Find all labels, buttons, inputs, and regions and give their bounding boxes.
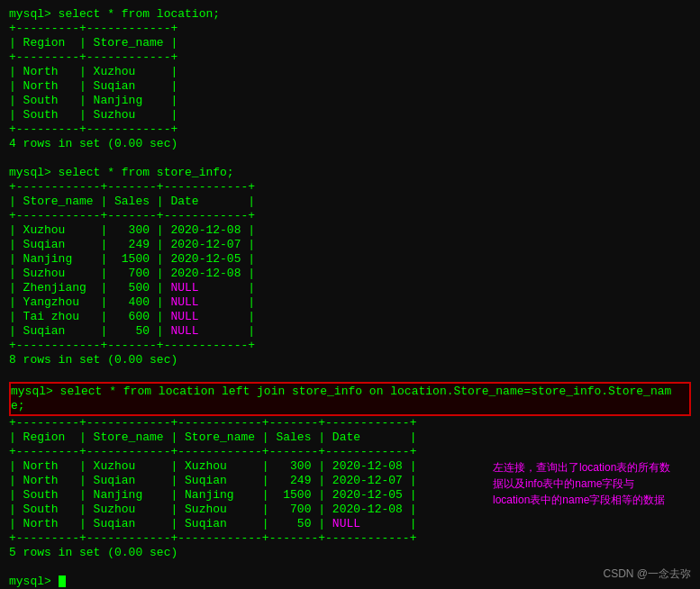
data-row-3: | South | Nanjing | <box>9 94 691 108</box>
data-row-11: | Tai zhou | 600 | NULL | <box>9 310 691 324</box>
border-line-5: +------------+-------+------------+ <box>9 209 691 223</box>
annotation-text-3: location表中的name字段相等的数据 <box>493 494 665 506</box>
annotation-text-2: 据以及info表中的name字段与 <box>493 477 634 490</box>
data-row-1: | North | Xuzhou | <box>9 65 691 79</box>
annotation-box: 左连接，查询出了location表的所有数 据以及info表中的name字段与 … <box>493 459 691 508</box>
border-line-3: +---------+------------+ <box>9 122 691 137</box>
null-value-1: NULL <box>170 281 198 294</box>
border-line-4: +------------+-------+------------+ <box>9 180 691 195</box>
null-value-5: NULL <box>332 517 360 530</box>
query-line-3: mysql> select * from location left join … <box>11 385 689 399</box>
data-row-10: | Yangzhou | 400 | NULL | <box>9 295 691 310</box>
null-value-4: NULL <box>170 324 198 338</box>
null-value-2: NULL <box>170 295 198 309</box>
border-line-2: +---------+------------+ <box>9 50 691 65</box>
terminal: mysql> select * from location; +--------… <box>0 0 700 589</box>
data-row-5: | Xuzhou | 300 | 2020-12-08 | <box>9 223 691 238</box>
blank-3 <box>9 560 691 575</box>
blank-2 <box>9 367 691 382</box>
border-line-7: +---------+------------+------------+---… <box>9 416 691 430</box>
data-row-8: | Suzhou | 700 | 2020-12-08 | <box>9 267 691 281</box>
data-row-7: | Nanjing | 1500 | 2020-12-05 | <box>9 252 691 267</box>
data-row-9: | Zhenjiang | 500 | NULL | <box>9 281 691 295</box>
border-line-6: +------------+-------+------------+ <box>9 339 691 353</box>
annotation-text-1: 左连接，查询出了location表的所有数 <box>493 461 670 474</box>
query-line-1: mysql> select * from location; <box>9 7 691 22</box>
blank-1 <box>9 151 691 166</box>
final-prompt: mysql> <box>9 575 691 589</box>
header-line-2: | Store_name | Sales | Date | <box>9 195 691 209</box>
cursor <box>59 575 66 587</box>
border-line-8: +---------+------------+------------+---… <box>9 445 691 459</box>
watermark: CSDN @一念去弥 <box>603 566 691 582</box>
rowcount-3: 5 rows in set (0.00 sec) <box>9 546 691 560</box>
header-line-3: | Region | Store_name | Store_name | Sal… <box>9 430 691 445</box>
highlighted-query-box: mysql> select * from location left join … <box>9 382 691 416</box>
border-line-9: +---------+------------+------------+---… <box>9 531 691 546</box>
query-line-3b: e; <box>11 399 689 413</box>
rowcount-2: 8 rows in set (0.00 sec) <box>9 353 691 367</box>
query-line-2: mysql> select * from store_info; <box>9 166 691 180</box>
null-value-3: NULL <box>170 310 198 323</box>
rowcount-1: 4 rows in set (0.00 sec) <box>9 137 691 151</box>
data-row-4: | South | Suzhou | <box>9 108 691 122</box>
join-row-5: | North | Suqian | Suqian | 50 | NULL | <box>9 517 691 531</box>
data-row-12: | Suqian | 50 | NULL | <box>9 324 691 339</box>
header-line-1: | Region | Store_name | <box>9 36 691 50</box>
border-line-1: +---------+------------+ <box>9 22 691 36</box>
data-row-6: | Suqian | 249 | 2020-12-07 | <box>9 238 691 252</box>
data-row-2: | North | Suqian | <box>9 79 691 94</box>
